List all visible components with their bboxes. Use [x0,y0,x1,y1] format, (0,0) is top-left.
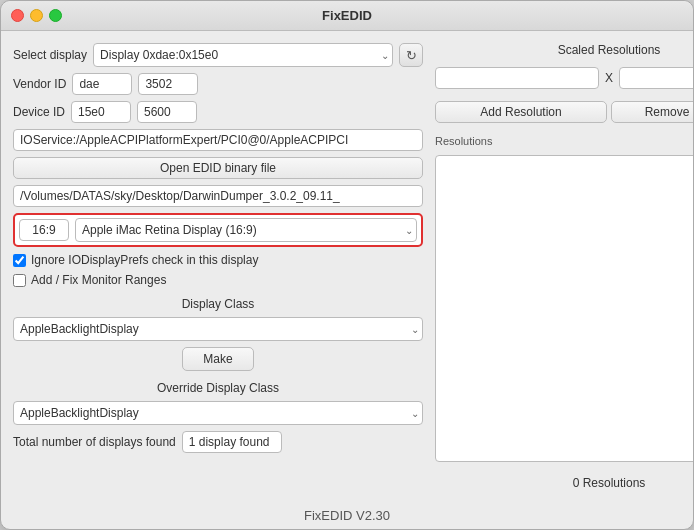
device-id-label: Device ID [13,105,65,119]
total-label: Total number of displays found [13,435,176,449]
vendor-num-field[interactable] [138,73,198,95]
vendor-id-field[interactable] [72,73,132,95]
open-edid-button[interactable]: Open EDID binary file [13,157,423,179]
file-path-field[interactable] [13,185,423,207]
aspect-display-row: Apple iMac Retina Display (16:9) ⌄ [13,213,423,247]
override-class-title: Override Display Class [13,381,423,395]
select-display-row: Select display Display 0xdae:0x15e0 ⌄ ↻ [13,43,423,67]
titlebar: FixEDID [1,1,693,31]
aspect-ratio-field[interactable] [19,219,69,241]
device-num-field[interactable] [137,101,197,123]
display-type-wrapper: Apple iMac Retina Display (16:9) ⌄ [75,218,417,242]
path-field[interactable] [13,129,423,151]
ignore-checkbox-row: Ignore IODisplayPrefs check in this disp… [13,253,423,267]
make-button-row: Make [13,347,423,371]
fix-monitor-label: Add / Fix Monitor Ranges [31,273,166,287]
vendor-id-label: Vendor ID [13,77,66,91]
refresh-button[interactable]: ↻ [399,43,423,67]
footer-label: FixEDID V2.30 [304,508,390,523]
display-select[interactable]: Display 0xdae:0x15e0 [93,43,393,67]
make-button[interactable]: Make [182,347,253,371]
close-button[interactable] [11,9,24,22]
display-class-select[interactable]: AppleBacklightDisplay [13,317,423,341]
resolutions-label: Resolutions [435,135,694,147]
device-row: Device ID [13,101,423,123]
total-row: Total number of displays found [13,431,423,453]
zero-resolutions-label: 0 Resolutions [435,476,694,490]
resolutions-box [435,155,694,462]
display-select-wrapper: Display 0xdae:0x15e0 ⌄ [93,43,393,67]
fix-monitor-row: Add / Fix Monitor Ranges [13,273,423,287]
vendor-row: Vendor ID [13,73,423,95]
resolution-buttons: Add Resolution Remove Resolution [435,101,694,123]
open-edid-row: Open EDID binary file [13,157,423,179]
ignore-checkbox[interactable] [13,254,26,267]
ignore-label: Ignore IODisplayPrefs check in this disp… [31,253,258,267]
override-class-select[interactable]: AppleBacklightDisplay [13,401,423,425]
resolution-width-input[interactable] [435,67,599,89]
left-panel: Select display Display 0xdae:0x15e0 ⌄ ↻ … [13,43,423,490]
resolution-height-input[interactable] [619,67,694,89]
window-title: FixEDID [322,8,372,23]
maximize-button[interactable] [49,9,62,22]
scaled-title: Scaled Resolutions [435,43,694,57]
device-id-field[interactable] [71,101,131,123]
fix-monitor-checkbox[interactable] [13,274,26,287]
resolution-inputs: X [435,67,694,89]
file-path-row [13,185,423,207]
traffic-lights [11,9,62,22]
path-row [13,129,423,151]
display-class-title: Display Class [13,297,423,311]
x-separator: X [605,71,613,85]
right-panel: Scaled Resolutions X Add Resolution Remo… [435,43,694,490]
display-type-select[interactable]: Apple iMac Retina Display (16:9) [75,218,417,242]
remove-resolution-button[interactable]: Remove Resolution [611,101,694,123]
found-field[interactable] [182,431,282,453]
add-resolution-button[interactable]: Add Resolution [435,101,607,123]
main-window: FixEDID Select display Display 0xdae:0x1… [0,0,694,530]
minimize-button[interactable] [30,9,43,22]
override-class-wrapper: AppleBacklightDisplay ⌄ [13,401,423,425]
footer: FixEDID V2.30 [1,502,693,529]
display-class-wrapper: AppleBacklightDisplay ⌄ [13,317,423,341]
select-display-label: Select display [13,48,87,62]
